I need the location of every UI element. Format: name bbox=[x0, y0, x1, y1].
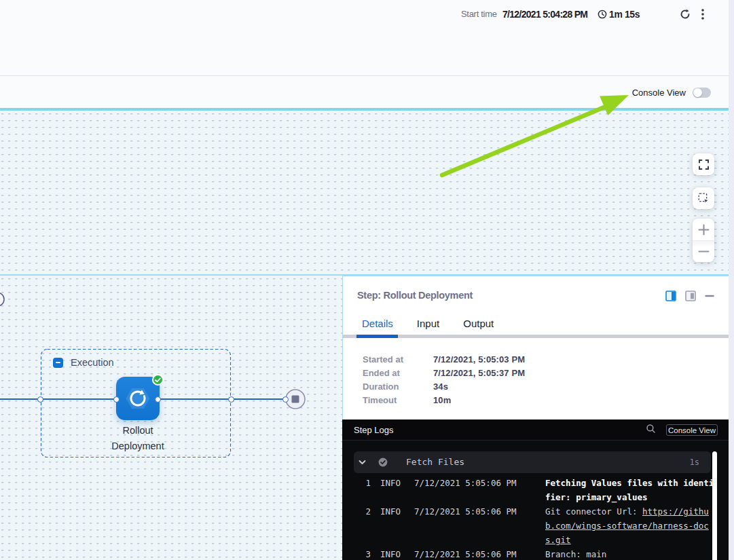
log-line-wrap: fier: primary_values bbox=[342, 490, 722, 504]
log-line-wrap: s.git bbox=[342, 533, 722, 547]
step-logs-panel: Step Logs Console View bbox=[342, 419, 729, 560]
panel-layout-right-button[interactable] bbox=[685, 291, 696, 301]
detail-row: Ended at 7/12/2021, 5:05:37 PM bbox=[363, 366, 525, 379]
expand-icon bbox=[699, 160, 709, 170]
tab-input[interactable]: Input bbox=[417, 318, 439, 329]
zoom-control-group bbox=[693, 219, 714, 262]
start-time-label: Start time bbox=[461, 5, 497, 22]
detail-row: Timeout 10m bbox=[363, 393, 525, 407]
right-edge-strip bbox=[729, 0, 734, 560]
success-badge bbox=[152, 374, 164, 386]
plus-icon bbox=[698, 224, 710, 236]
execution-collapse-button[interactable] bbox=[53, 358, 63, 368]
log-scrollbar[interactable] bbox=[712, 451, 717, 560]
step-graph-links bbox=[0, 111, 342, 560]
console-view-label: Console View bbox=[632, 88, 686, 98]
zoom-out-button[interactable] bbox=[693, 240, 714, 262]
step-details-title: Step: Rollout Deployment bbox=[357, 290, 473, 301]
log-line: 1 INFO 7/12/2021 5:05:06 PM Fetching Val… bbox=[342, 476, 722, 490]
partial-node-circle bbox=[0, 293, 4, 306]
detail-row: Duration 34s bbox=[363, 379, 525, 393]
execution-meta: Start time 7/12/2021 5:04:28 PM 1m 15s bbox=[0, 5, 729, 22]
canvas-controls bbox=[693, 153, 714, 262]
git-connector-link[interactable]: b.com/wings-software/harness-doc bbox=[545, 521, 709, 531]
zoom-in-button[interactable] bbox=[693, 219, 714, 240]
tab-rail bbox=[343, 335, 729, 338]
log-section-duration: 1s bbox=[690, 458, 699, 467]
step-logs-header: Step Logs Console View bbox=[342, 419, 729, 441]
minus-icon bbox=[698, 246, 710, 257]
step-details-panel: Step: Rollout Deployment bbox=[342, 276, 729, 419]
panel-layout-split-button[interactable] bbox=[665, 291, 676, 301]
connector-dot bbox=[113, 396, 120, 403]
log-section-name: Fetch Files bbox=[406, 457, 464, 467]
connector-dot bbox=[282, 396, 289, 403]
log-line: 2 INFO 7/12/2021 5:05:06 PM Git connecto… bbox=[342, 504, 722, 519]
stage-accent-bar bbox=[0, 108, 729, 111]
fit-to-screen-button[interactable] bbox=[693, 153, 714, 175]
log-line-wrap: b.com/wings-software/harness-doc bbox=[342, 519, 722, 533]
log-line: 3 INFO 7/12/2021 5:05:06 PM Branch: main bbox=[342, 547, 722, 560]
connector-dot bbox=[37, 396, 43, 403]
kebab-menu-icon bbox=[699, 8, 707, 20]
log-search-button[interactable] bbox=[646, 424, 656, 434]
log-section-fetch-files[interactable]: Fetch Files 1s bbox=[354, 451, 711, 473]
step-details-tabs: Details Input Output bbox=[362, 318, 494, 329]
git-connector-link[interactable]: https://githu bbox=[642, 506, 709, 517]
graph-toolbar: Console View bbox=[0, 77, 729, 108]
pipeline-execution-page: Start time 7/12/2021 5:04:28 PM 1m 15s bbox=[0, 0, 734, 560]
step-details-rows: Started at 7/12/2021, 5:05:03 PM Ended a… bbox=[363, 352, 525, 407]
detail-row: Started at 7/12/2021, 5:05:03 PM bbox=[363, 352, 525, 366]
git-connector-link[interactable]: s.git bbox=[545, 535, 571, 545]
step-logs-title: Step Logs bbox=[354, 425, 394, 435]
marquee-select-button[interactable] bbox=[693, 187, 714, 209]
tab-output[interactable]: Output bbox=[463, 318, 494, 329]
refresh-button[interactable] bbox=[680, 5, 691, 22]
end-node[interactable] bbox=[286, 390, 305, 409]
marquee-select-icon bbox=[698, 193, 709, 204]
connector-dot bbox=[228, 396, 234, 403]
minimize-icon bbox=[705, 294, 714, 298]
console-view-toggle[interactable] bbox=[693, 88, 711, 98]
node-label: Rollout Deployment bbox=[84, 423, 192, 453]
clock-icon bbox=[598, 10, 607, 19]
more-options-button[interactable] bbox=[699, 5, 707, 22]
connector-dot bbox=[155, 396, 161, 403]
toggle-knob bbox=[693, 88, 702, 97]
start-time-value: 7/12/2021 5:04:28 PM bbox=[502, 5, 587, 22]
panel-layout-split-icon bbox=[665, 291, 676, 301]
execution-header-bar: Start time 7/12/2021 5:04:28 PM 1m 15s bbox=[0, 0, 729, 76]
rollout-deployment-icon bbox=[123, 384, 153, 413]
console-view-button[interactable]: Console View bbox=[666, 424, 718, 436]
tab-details[interactable]: Details bbox=[362, 318, 393, 329]
search-icon bbox=[646, 424, 656, 434]
active-tab-indicator bbox=[356, 335, 398, 338]
execution-group-label: Execution bbox=[71, 357, 114, 368]
minimize-panel-button[interactable] bbox=[705, 294, 714, 298]
log-lines: 1 INFO 7/12/2021 5:05:06 PM Fetching Val… bbox=[342, 476, 722, 560]
panel-layout-right-icon bbox=[685, 291, 696, 301]
elapsed-duration: 1m 15s bbox=[609, 9, 640, 20]
chevron-down-icon bbox=[359, 460, 366, 465]
step-success-icon bbox=[378, 458, 388, 467]
refresh-icon bbox=[680, 9, 691, 20]
